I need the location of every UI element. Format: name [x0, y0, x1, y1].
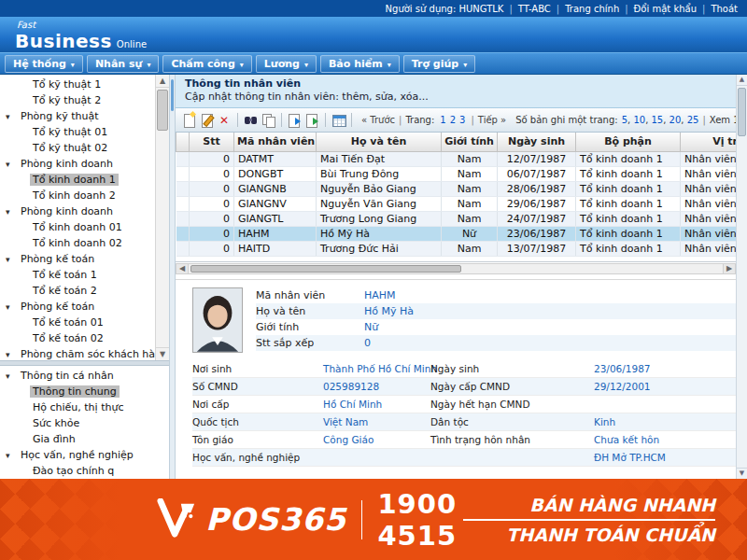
- tree-expand-icon[interactable]: [6, 110, 18, 122]
- tree-item[interactable]: Tổ kỹ thuật 2: [0, 92, 154, 108]
- topbar-link[interactable]: TT-ABC: [518, 4, 551, 14]
- column-header[interactable]: Ngày sinh: [498, 133, 576, 151]
- tree-expand-icon[interactable]: [6, 301, 18, 313]
- divider: [361, 500, 363, 539]
- scroll-down-icon[interactable]: ▼: [156, 347, 169, 360]
- edit-icon[interactable]: [199, 112, 215, 128]
- column-header[interactable]: Stt: [190, 133, 234, 151]
- tree-item[interactable]: Sức khỏe: [0, 415, 169, 431]
- page-size-link[interactable]: 20: [669, 115, 682, 125]
- tree-expand-icon[interactable]: [6, 205, 18, 217]
- find-icon[interactable]: [243, 112, 259, 128]
- menu-item[interactable]: Trợ giúp: [403, 55, 475, 73]
- tree-item[interactable]: Hộ chiếu, thị thực: [0, 399, 169, 415]
- caret-down-icon: [71, 58, 75, 70]
- cell: Mai Tiến Đạt: [317, 151, 442, 166]
- tree-item[interactable]: Tổ kế toán 02: [0, 330, 154, 346]
- tree-item[interactable]: Phòng kế toán: [0, 251, 154, 267]
- column-header[interactable]: Giới tính: [442, 133, 498, 151]
- tree-item[interactable]: Tổ kinh doanh 1: [0, 172, 154, 188]
- separator: |: [471, 115, 473, 125]
- field-label: Nơi cấp: [192, 396, 323, 413]
- tree-item[interactable]: Thông tin cá nhân: [0, 368, 169, 384]
- tree-expand-icon[interactable]: [6, 348, 18, 360]
- column-header[interactable]: Vị trí: [681, 133, 737, 151]
- tree-item[interactable]: Tổ kỹ thuật 02: [0, 140, 154, 156]
- tree-item[interactable]: Phòng kinh doanh: [0, 203, 154, 219]
- scroll-left-icon[interactable]: ◀: [176, 264, 189, 273]
- tree-item[interactable]: Phòng kỹ thuật: [0, 108, 154, 124]
- caret-down-icon: [463, 58, 467, 70]
- table-row[interactable]: 0GIANGTLTrương Long GiangNam24/07/1987Tổ…: [176, 211, 737, 226]
- tree-expand-icon[interactable]: [6, 449, 18, 461]
- topbar-link[interactable]: Thoát: [711, 4, 738, 14]
- tree-expand-icon[interactable]: [6, 370, 18, 382]
- splitter-handle[interactable]: [171, 79, 174, 111]
- table-row[interactable]: 0HAITDTrương Đức HảiNam13/07/1987Tổ kinh…: [176, 241, 737, 256]
- vertical-scrollbar[interactable]: ▲ ▼: [736, 75, 747, 479]
- tree-item[interactable]: Tổ kế toán 1: [0, 267, 154, 283]
- menu-item[interactable]: Nhân sự: [87, 55, 160, 73]
- cell: Tổ kinh doanh 1: [576, 196, 681, 211]
- page-link[interactable]: 3: [459, 115, 465, 125]
- tree-item-label: Thông tin cá nhân: [18, 370, 117, 382]
- menu-item[interactable]: Chấm công: [162, 55, 251, 73]
- tree-expand-icon[interactable]: [6, 158, 18, 170]
- topbar-link[interactable]: Trang chính: [565, 4, 619, 14]
- topbar-links: |TT-ABC|Trang chính|Đổi mật khẩu|Thoát: [503, 4, 738, 14]
- tree-item[interactable]: Phòng kế toán: [0, 299, 154, 315]
- table-row[interactable]: 0HAHMHồ Mỹ HàNữ23/06/1987Tổ kinh doanh 1…: [176, 226, 737, 241]
- page-size-link[interactable]: 10: [633, 115, 645, 125]
- tree-item-label: Sức khỏe: [30, 417, 82, 429]
- menu-item[interactable]: Bảo hiểm: [320, 55, 400, 73]
- horizontal-scrollbar[interactable]: ◀ ▶: [176, 263, 736, 274]
- scrollbar-thumb[interactable]: [738, 88, 746, 136]
- page-size-link[interactable]: 25: [687, 115, 699, 125]
- tree-item[interactable]: Thông tin chung: [0, 384, 169, 399]
- column-header[interactable]: Bộ phận: [576, 133, 681, 151]
- menu-item[interactable]: Lương: [256, 55, 317, 73]
- scrollbar-thumb[interactable]: [190, 265, 461, 273]
- export-excel-icon[interactable]: [287, 112, 303, 128]
- scroll-down-icon[interactable]: ▼: [737, 468, 747, 479]
- copy-icon[interactable]: [261, 112, 276, 128]
- tree-item[interactable]: Tổ kỹ thuật 01: [0, 124, 154, 140]
- tree-item[interactable]: Tổ kinh doanh 01: [0, 219, 154, 235]
- column-header[interactable]: Họ và tên: [317, 133, 442, 151]
- tree-item[interactable]: Học vấn, nghề nghiệp: [0, 447, 169, 463]
- next-page-button[interactable]: Tiếp »: [478, 115, 506, 125]
- table-row[interactable]: 0GIANGNVNguyễn Văn GiangNam29/06/1987Tổ …: [176, 196, 737, 211]
- scroll-right-icon[interactable]: ▶: [723, 264, 735, 273]
- tree-item-label: Tổ kinh doanh 2: [30, 189, 119, 202]
- page-link[interactable]: 2: [450, 115, 456, 125]
- tree-item[interactable]: Phòng chăm sóc khách hàng: [0, 346, 154, 360]
- tree-item[interactable]: Tổ kinh doanh 02: [0, 235, 154, 251]
- tree-item-label: Tổ kinh doanh 1: [30, 174, 119, 186]
- delete-icon[interactable]: [217, 112, 233, 128]
- columns-icon[interactable]: [331, 112, 346, 128]
- new-icon[interactable]: [181, 112, 197, 128]
- scrollbar-thumb[interactable]: [157, 90, 168, 131]
- scroll-up-icon[interactable]: ▲: [737, 75, 747, 86]
- scroll-up-icon[interactable]: ▲: [156, 75, 169, 88]
- tree-item[interactable]: Phòng kinh doanh: [0, 156, 154, 172]
- menu-item[interactable]: Hệ thống: [5, 55, 83, 73]
- page-size-link[interactable]: 15: [652, 115, 664, 125]
- export-word-icon[interactable]: [304, 112, 320, 128]
- table-row[interactable]: 0DATMTMai Tiến ĐạtNam12/07/1987Tổ kinh d…: [176, 151, 737, 166]
- tree-item[interactable]: Tổ kinh doanh 2: [0, 188, 154, 203]
- tree-item[interactable]: Tổ kế toán 2: [0, 283, 154, 299]
- table-row[interactable]: 0DONGBTBùi Trung ĐôngNam06/07/1987Tổ kin…: [176, 166, 737, 181]
- prev-page-button[interactable]: « Trước: [361, 115, 395, 125]
- tree-item[interactable]: Tổ kế toán 01: [0, 315, 154, 330]
- tree-item[interactable]: Tổ kỹ thuật 1: [0, 77, 154, 92]
- tree-expand-icon[interactable]: [6, 253, 18, 265]
- tree-item[interactable]: Gia đình: [0, 431, 169, 447]
- table-row[interactable]: 0GIANGNBNguyễn Bảo GiangNam28/06/1987Tổ …: [176, 181, 737, 196]
- vertical-splitter[interactable]: [169, 75, 176, 479]
- sidebar-scrollbar[interactable]: ▲ ▼: [155, 75, 169, 360]
- page-link[interactable]: 1: [440, 115, 445, 125]
- tree-item[interactable]: Đào tạo chính q: [0, 463, 169, 479]
- topbar-link[interactable]: Đổi mật khẩu: [634, 4, 697, 14]
- column-header[interactable]: Mã nhân viên: [234, 133, 317, 151]
